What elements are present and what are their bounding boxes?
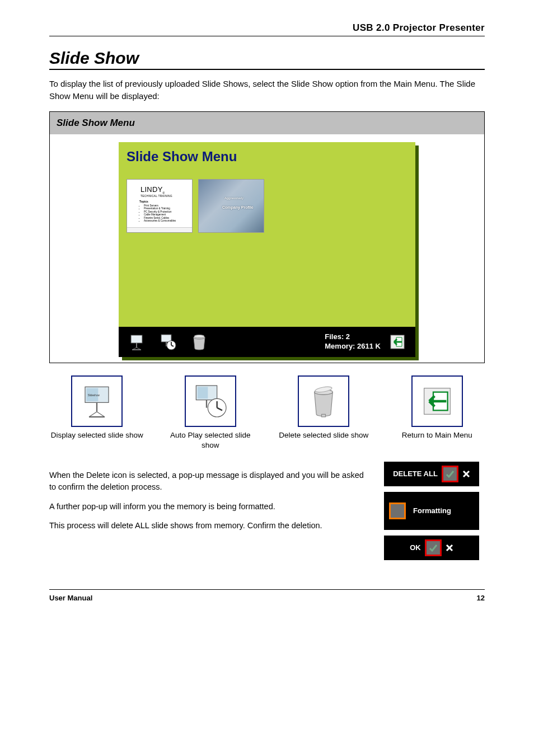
slideshow-panel: Slide Show Menu Slide Show Menu 1 LINDY® — [49, 111, 485, 363]
toolbar-stats: Files: 2 Memory: 2611 K — [325, 332, 381, 351]
icon-captions-row: Slideshow Display selected slide show Au… — [49, 375, 485, 450]
footer-left: User Manual — [49, 594, 92, 602]
screenshot: Slide Show Menu 1 LINDY® TECHNICAL TRAIN… — [119, 142, 415, 357]
return-menu-icon[interactable] — [411, 375, 463, 427]
section-title: Slide Show — [49, 49, 485, 68]
exit-icon[interactable] — [388, 333, 406, 351]
delete-popup-section: When the Delete icon is selected, a pop-… — [49, 462, 485, 560]
confirm-check-icon[interactable] — [443, 467, 457, 481]
icon-block-display: Slideshow Display selected slide show — [49, 375, 145, 450]
popup-ok-label: OK — [410, 543, 421, 552]
svg-line-19 — [97, 411, 105, 416]
confirm-check-icon[interactable] — [427, 541, 440, 555]
delete-popup-text: When the Delete icon is selected, a pop-… — [49, 462, 367, 539]
popup-formatting: Formatting — [384, 492, 479, 530]
autoplay-icon[interactable] — [159, 333, 177, 351]
slide1-footer — [127, 227, 192, 232]
icon-caption: Return to Main Menu — [390, 430, 485, 440]
slide1-topics: Topics Print Servers Presentation & Trai… — [139, 200, 176, 223]
slide-thumbnail[interactable]: 2 Aggressively Company Profile — [198, 179, 264, 233]
slideshow-panel-header: Slide Show Menu — [50, 112, 484, 134]
icon-block-autoplay: Auto Play selected slide show — [163, 375, 259, 450]
divider — [49, 589, 485, 590]
slide-preview: Aggressively Company Profile — [199, 180, 264, 232]
slide-preview: LINDY® TECHNICAL TRAINING Topics Print S… — [127, 180, 192, 232]
svg-line-18 — [89, 411, 97, 416]
slide-thumbnail[interactable]: 1 LINDY® TECHNICAL TRAINING Topics Print — [127, 179, 193, 233]
divider — [49, 36, 485, 36]
thumbnail-row: 1 LINDY® TECHNICAL TRAINING Topics Print — [127, 179, 407, 233]
autoplay-slideshow-icon[interactable] — [185, 375, 236, 427]
svg-text:Slideshow: Slideshow — [88, 393, 100, 396]
page: USB 2.0 Projector Presenter Slide Show T… — [0, 0, 534, 756]
page-footer: User Manual 12 — [49, 594, 485, 602]
display-slideshow-icon[interactable]: Slideshow — [71, 375, 123, 427]
formatting-indicator-icon — [391, 504, 404, 518]
icon-caption: Auto Play selected slide show — [163, 430, 259, 450]
delete-popup-line: A further pop-up will inform you the mem… — [49, 501, 367, 512]
popup-formatting-label: Formatting — [413, 506, 451, 515]
svg-rect-0 — [131, 335, 142, 343]
icon-block-delete: Delete selected slide show — [276, 375, 372, 450]
slide1-logo: LINDY® TECHNICAL TRAINING — [140, 185, 172, 198]
svg-rect-28 — [322, 414, 326, 417]
cancel-cross-icon[interactable] — [446, 544, 453, 552]
delete-popup-line: When the Delete icon is selected, a pop-… — [49, 469, 367, 492]
footer-right: 12 — [477, 594, 485, 602]
delete-popup-line: This process will delete ALL slide shows… — [49, 520, 367, 531]
cancel-cross-icon[interactable] — [462, 470, 470, 478]
screenshot-panel: Slide Show Menu 1 LINDY® TECHNICAL TRAIN… — [119, 142, 415, 327]
brand-title: USB 2.0 Projector Presenter — [49, 22, 485, 34]
slideshow-panel-body: Slide Show Menu 1 LINDY® TECHNICAL TRAIN… — [50, 134, 484, 363]
svg-rect-21 — [197, 387, 208, 398]
screenshot-toolbar: Files: 2 Memory: 2611 K — [119, 327, 415, 357]
icon-block-return: Return to Main Menu — [390, 375, 485, 450]
divider — [49, 69, 485, 70]
screenshot-title: Slide Show Menu — [127, 149, 407, 165]
svg-point-11 — [194, 335, 204, 337]
popup-delete-all: DELETE ALL — [384, 462, 479, 486]
delete-popup-figures: DELETE ALL Formatting OK — [378, 462, 485, 560]
delete-icon[interactable] — [190, 333, 208, 351]
slide1-topic-list: Print Servers Presentation & Training PC… — [144, 204, 176, 223]
popup-ok: OK — [384, 536, 479, 560]
display-icon[interactable] — [128, 333, 146, 351]
icon-caption: Display selected slide show — [49, 430, 145, 440]
intro-paragraph: To display the list of previously upload… — [49, 78, 485, 102]
popup-delete-label: DELETE ALL — [393, 469, 438, 478]
toolbar-icons — [128, 333, 208, 351]
delete-slideshow-icon[interactable] — [298, 375, 349, 427]
icon-caption: Delete selected slide show — [276, 430, 372, 440]
